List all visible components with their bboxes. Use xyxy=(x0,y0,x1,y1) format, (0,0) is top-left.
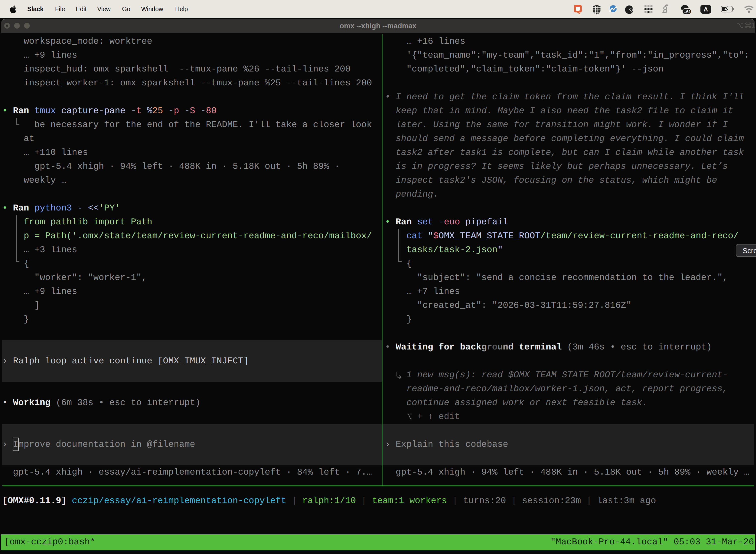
svg-text:..61: ..61 xyxy=(684,9,691,14)
svg-text:A: A xyxy=(704,6,708,13)
svg-text:1: 1 xyxy=(752,22,755,29)
